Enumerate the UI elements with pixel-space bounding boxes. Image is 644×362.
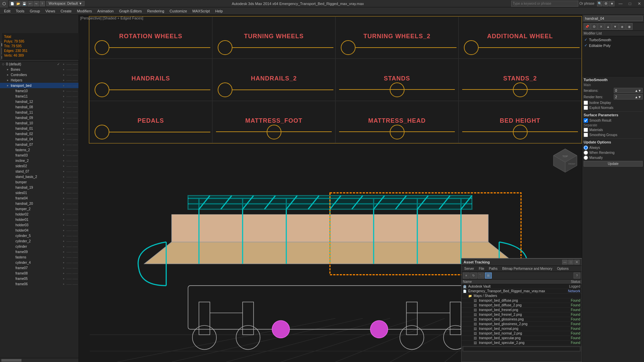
layer-item[interactable]: frame10●—— ——	[0, 88, 78, 94]
layer-item[interactable]: sides02●—— ——	[0, 163, 78, 169]
asset-row[interactable]: 📄Emergency_Transport_Bed_Rigged_max_vray…	[462, 289, 582, 294]
menu-rendering[interactable]: Rendering	[145, 8, 167, 14]
layer-item[interactable]: cylinder_5●—— ——	[0, 233, 78, 238]
layer-item[interactable]: holder03●—— ——	[0, 222, 78, 228]
layer-item[interactable]: frame08●—— ——	[0, 270, 78, 276]
layer-item[interactable]: ▸transport_bed●—— ——	[0, 83, 78, 88]
new-file-btn[interactable]: 📄	[9, 1, 15, 6]
smooth-result-checkbox[interactable]	[584, 118, 588, 123]
layer-item[interactable]: cylinder●—— ——	[0, 244, 78, 249]
layer-item[interactable]: handrail_09●—— ——	[0, 115, 78, 120]
object-name-input[interactable]	[584, 16, 643, 21]
layer-item[interactable]: frame05●—— ——	[0, 276, 78, 281]
smoothing-groups-checkbox[interactable]	[584, 133, 588, 137]
layer-item[interactable]: handrail_01●—— ——	[0, 126, 78, 131]
layer-item[interactable]: handrail_12●—— ——	[0, 99, 78, 104]
layer-item[interactable]: ▸Bones●—— ——	[0, 67, 78, 72]
layer-item[interactable]: bumper_2●—— ——	[0, 206, 78, 212]
menu-tools[interactable]: Tools	[13, 8, 27, 14]
save-file-btn[interactable]: 💾	[21, 1, 27, 6]
layer-item[interactable]: cylinder_2●—— ——	[0, 238, 78, 244]
layer-item[interactable]: ▸Helpers●—— ——	[0, 77, 78, 83]
asset-row[interactable]: 🏦Autodesk VaultLogged	[462, 284, 582, 289]
close-btn[interactable]: ✕	[635, 0, 644, 7]
undo-btn[interactable]: ↩	[28, 1, 33, 6]
layer-item[interactable]: frame03●—— ——	[0, 153, 78, 158]
materials-checkbox[interactable]	[584, 128, 588, 132]
layer-item[interactable]: frame09●—— ——	[0, 249, 78, 254]
layer-item[interactable]: fastens_2●—— ——	[0, 147, 78, 153]
layer-item[interactable]: holder04●—— ——	[0, 228, 78, 233]
layer-item[interactable]: ▸Controllers●—— ——	[0, 72, 78, 77]
asset-help-btn[interactable]: ?	[574, 273, 580, 279]
when-rendering-radio[interactable]	[584, 150, 588, 155]
layer-item[interactable]: handrail_10●—— ——	[0, 120, 78, 126]
asset-row[interactable]: 🖼transport_bed_normal_2.pngFound	[462, 331, 582, 336]
asset-menu-bitmap[interactable]: Bitmap Performance and Memory	[501, 266, 554, 271]
asset-row[interactable]: 🖼transport_bed_glossiness_2.pngFound	[462, 322, 582, 326]
menu-customize[interactable]: Customize	[167, 8, 190, 14]
isoline-checkbox[interactable]	[584, 101, 588, 105]
modifier-move-down-btn[interactable]: ▼	[612, 23, 619, 30]
modifier-show-result-btn[interactable]: ◉	[626, 23, 633, 30]
modifier-turbos-smooth[interactable]: ✓ TurboSmooth	[583, 37, 643, 43]
layer-item[interactable]: holder01●—— ——	[0, 217, 78, 222]
asset-menu-server[interactable]: Server	[463, 266, 475, 271]
layers-scrollbar[interactable]	[0, 358, 78, 362]
menu-maxscript[interactable]: MAXScript	[190, 8, 213, 14]
search-box[interactable]	[511, 1, 578, 7]
layer-item[interactable]: handrail_02●—— ——	[0, 131, 78, 136]
open-file-btn[interactable]: 📂	[15, 1, 21, 6]
layer-item[interactable]: handrail_04●—— ——	[0, 136, 78, 142]
minimize-btn[interactable]: —	[616, 0, 625, 7]
asset-highlight-btn[interactable]: ⬛	[478, 273, 484, 279]
asset-row[interactable]: 🖼transport_bed_fresnel.pngFound	[462, 308, 582, 312]
layer-item[interactable]: handrail_11●—— ——	[0, 110, 78, 115]
modifier-delete-btn[interactable]: ✕	[598, 23, 604, 30]
menu-help[interactable]: Help	[213, 8, 226, 14]
layer-item[interactable]: cylinder_4●—— ——	[0, 260, 78, 265]
maximize-btn[interactable]: □	[625, 0, 635, 7]
asset-grid-btn[interactable]: ⊞	[485, 273, 492, 279]
render-iters-spinner[interactable]: 2 ▲▼	[614, 94, 643, 100]
menu-animation[interactable]: Animation	[95, 8, 116, 14]
view-cube[interactable]: TOP FRONT	[552, 147, 579, 174]
menu-graph-editors[interactable]: Graph Editors	[116, 8, 145, 14]
search-input[interactable]	[513, 2, 567, 5]
help-btn[interactable]: ?	[40, 1, 45, 6]
layer-item[interactable]: frame07●—— ——	[0, 265, 78, 270]
asset-row[interactable]: 🖼transport_bed_normal.pngFound	[462, 326, 582, 331]
asset-menu-file[interactable]: File	[477, 266, 485, 271]
asset-list-btn[interactable]: ≡	[463, 273, 470, 279]
layer-item[interactable]: incline_2●—— ——	[0, 158, 78, 163]
layer-item[interactable]: frame06●—— ——	[0, 281, 78, 287]
asset-row[interactable]: 🖼transport_bed_diffuse.pngFound	[462, 298, 582, 303]
manually-radio[interactable]	[584, 156, 588, 160]
layer-item[interactable]: sides01●—— ——	[0, 190, 78, 195]
layer-item[interactable]: fastens●—— ——	[0, 254, 78, 260]
menu-create[interactable]: Create	[58, 8, 74, 14]
asset-maximize-btn[interactable]: □	[568, 260, 574, 264]
menu-group[interactable]: Group	[27, 8, 43, 14]
asset-menu-options[interactable]: Options	[556, 266, 570, 271]
layer-item[interactable]: handrail_08●—— ——	[0, 104, 78, 110]
asset-close-btn[interactable]: ✕	[574, 260, 580, 264]
asset-refresh-btn[interactable]: ↻	[470, 273, 477, 279]
layer-item[interactable]: handrail_19●—— ——	[0, 185, 78, 190]
workspace-selector[interactable]: Workspace: Default ▼	[46, 1, 85, 6]
asset-row[interactable]: 🖼transport_bed_fresnel_2.pngFound	[462, 312, 582, 317]
explicit-normals-checkbox[interactable]	[584, 106, 588, 110]
layer-item[interactable]: ◇0 (default)✓●—— ——	[0, 61, 78, 67]
modifier-editable-poly[interactable]: ✓ Editable Poly	[583, 43, 643, 48]
iterations-spinner[interactable]: 0 ▲▼	[614, 88, 643, 93]
asset-minimize-btn[interactable]: —	[562, 260, 568, 264]
layer-item[interactable]: frame11●—— ——	[0, 94, 78, 99]
layer-item[interactable]: stand_basis_2●—— ——	[0, 174, 78, 179]
asset-menu-paths[interactable]: Paths	[488, 266, 499, 271]
asset-path-input[interactable]	[463, 347, 580, 351]
layer-item[interactable]: bumper●—— ——	[0, 179, 78, 185]
always-radio[interactable]	[584, 145, 588, 150]
asset-row[interactable]: 📁Maps / Shaders	[462, 294, 582, 298]
asset-row[interactable]: 🖼transport_bed_specular_2.pngFound	[462, 341, 582, 345]
asset-row[interactable]: 🖼transport_bed_diffuse_2.pngFound	[462, 303, 582, 308]
